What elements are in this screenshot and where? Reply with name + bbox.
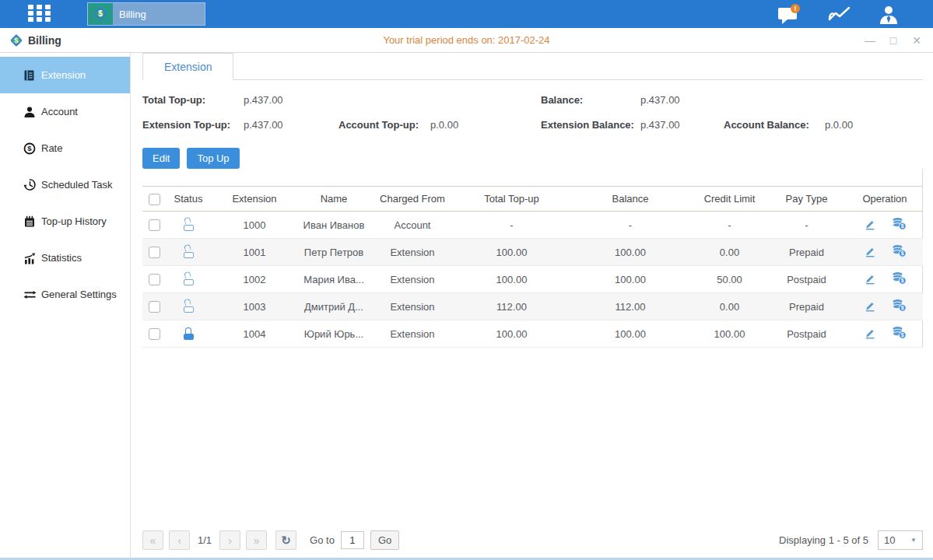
cell-pay-type: Postpaid xyxy=(766,266,847,293)
edit-button[interactable]: Edit xyxy=(142,148,180,169)
previous-page-button[interactable]: ‹ xyxy=(169,530,190,550)
table-row: 1002 Мария Ива... Extension 100.00 100.0… xyxy=(142,266,923,293)
cell-charged-from: Extension xyxy=(370,266,455,293)
cell-balance: 100.00 xyxy=(568,239,693,266)
cell-credit-limit: 100.00 xyxy=(693,320,766,348)
dollar-coin-icon: $ xyxy=(23,142,40,155)
extension-topup-value: p.437.00 xyxy=(244,119,338,131)
column-header-name[interactable]: Name xyxy=(298,187,370,212)
history-clock-icon xyxy=(23,178,40,191)
column-header-pay-type[interactable]: Pay Type xyxy=(766,187,847,212)
cell-pay-type: Prepaid xyxy=(766,239,847,266)
billing-logo-icon: $ xyxy=(88,3,113,25)
select-all-checkbox[interactable] xyxy=(149,194,160,205)
column-header-credit-limit[interactable]: Credit Limit xyxy=(693,187,766,212)
sidebar-item-statistics[interactable]: Statistics xyxy=(0,240,130,276)
tab-extension[interactable]: Extension xyxy=(142,53,233,80)
sidebar-item-label: Extension xyxy=(41,69,86,81)
cell-name: Юрий Юрь... xyxy=(298,320,370,348)
sidebar-item-general-settings[interactable]: General Settings xyxy=(0,276,130,313)
sidebar-item-topup-history[interactable]: Top-up History xyxy=(0,203,130,240)
row-checkbox[interactable] xyxy=(149,219,160,231)
next-page-button[interactable]: › xyxy=(219,530,240,550)
table-row: 1001 Петр Петров Extension 100.00 100.00… xyxy=(142,239,923,266)
cell-credit-limit: 0.00 xyxy=(693,239,766,266)
app-window: $ Billing ! xyxy=(0,0,933,560)
unlocked-status-icon xyxy=(183,273,195,285)
billing-app-tab[interactable]: $ Billing xyxy=(87,2,205,26)
cell-extension: 1002 xyxy=(211,266,298,293)
sidebar-item-account[interactable]: Account xyxy=(0,93,130,130)
maximize-icon[interactable]: □ xyxy=(888,34,899,47)
account-topup-value: p.0.00 xyxy=(430,119,541,131)
ledger-book-icon xyxy=(23,69,40,82)
edit-pencil-icon[interactable] xyxy=(864,245,876,257)
notebook-icon xyxy=(23,215,40,228)
edit-pencil-icon[interactable] xyxy=(864,272,876,285)
sidebar-item-label: Statistics xyxy=(41,252,82,264)
row-checkbox[interactable] xyxy=(149,274,160,285)
edit-pencil-icon[interactable] xyxy=(864,299,876,312)
refresh-icon[interactable]: ↻ xyxy=(275,530,296,550)
cell-charged-from: Account xyxy=(370,212,455,239)
cell-pay-type: Postpaid xyxy=(766,320,847,348)
sidebar-item-label: Top-up History xyxy=(41,215,107,227)
column-header-charged-from[interactable]: Charged From xyxy=(370,187,455,212)
sidebar-item-label: Account xyxy=(41,106,78,117)
top-up-coins-icon[interactable]: $ xyxy=(892,244,907,257)
sidebar-item-label: Scheduled Task xyxy=(41,179,113,191)
column-header-extension[interactable]: Extension xyxy=(211,187,298,212)
sidebar-item-scheduled-task[interactable]: Scheduled Task xyxy=(0,166,130,203)
displaying-text: Displaying 1 - 5 of 5 xyxy=(779,534,868,546)
balance-value: p.437.00 xyxy=(640,94,724,106)
minimize-icon[interactable]: — xyxy=(865,34,875,47)
last-page-button[interactable]: » xyxy=(246,530,267,550)
cell-balance: 100.00 xyxy=(568,320,693,348)
go-button[interactable]: Go xyxy=(370,530,399,550)
cell-charged-from: Extension xyxy=(370,293,455,320)
first-page-button[interactable]: « xyxy=(142,530,163,550)
sidebar-item-label: General Settings xyxy=(41,289,117,300)
cell-extension: 1001 xyxy=(211,239,298,266)
row-checkbox[interactable] xyxy=(149,247,160,258)
cell-name: Иван Иванов xyxy=(298,212,370,239)
column-header-status[interactable]: Status xyxy=(166,187,211,212)
edit-pencil-icon[interactable] xyxy=(864,218,876,230)
billing-summary: Total Top-up: p.437.00 Balance: p.437.00… xyxy=(142,94,923,131)
app-grid-menu-icon[interactable] xyxy=(28,5,54,23)
person-icon xyxy=(23,106,40,118)
column-header-balance[interactable]: Balance xyxy=(568,187,693,212)
page-size-select[interactable]: 10 ▼ xyxy=(878,530,923,550)
cell-name: Петр Петров xyxy=(298,239,370,266)
svg-text:$: $ xyxy=(900,250,903,257)
top-bar: $ Billing ! xyxy=(0,0,933,28)
column-header-total-topup[interactable]: Total Top-up xyxy=(455,187,568,212)
goto-page-input[interactable] xyxy=(341,531,364,549)
user-account-icon[interactable] xyxy=(879,5,899,24)
top-up-coins-icon[interactable]: $ xyxy=(892,271,907,285)
row-checkbox[interactable] xyxy=(149,301,160,313)
column-header-operation[interactable]: Operation xyxy=(847,187,923,212)
top-up-coins-icon[interactable]: $ xyxy=(892,299,907,312)
top-up-coins-icon[interactable]: $ xyxy=(892,326,907,339)
total-topup-label: Total Top-up: xyxy=(142,94,244,106)
locked-status-icon xyxy=(183,327,195,340)
balance-label: Balance: xyxy=(541,94,640,106)
sidebar-item-rate[interactable]: $ Rate xyxy=(0,130,130,166)
billing-diamond-icon: $ xyxy=(9,33,23,47)
table-row: 1004 Юрий Юрь... Extension 100.00 100.00… xyxy=(142,320,923,348)
top-up-button[interactable]: Top Up xyxy=(187,148,239,169)
sidebar: Extension Account $ Rat xyxy=(0,53,131,558)
resource-monitor-icon[interactable] xyxy=(827,5,852,23)
edit-pencil-icon[interactable] xyxy=(864,327,876,339)
cell-total-topup: 100.00 xyxy=(455,239,568,266)
cell-total-topup: 100.00 xyxy=(455,320,568,348)
cell-extension: 1003 xyxy=(211,293,298,320)
top-up-coins-icon[interactable]: $ xyxy=(892,217,907,230)
row-checkbox[interactable] xyxy=(149,328,160,340)
pagination-bar: « ‹ 1/1 › » ↻ Go to Go Displaying 1 - 5 … xyxy=(142,530,923,553)
notifications-icon[interactable]: ! xyxy=(777,4,801,25)
cell-name: Мария Ива... xyxy=(298,266,370,293)
sidebar-item-extension[interactable]: Extension xyxy=(0,57,130,93)
close-icon[interactable]: ✕ xyxy=(911,34,922,47)
